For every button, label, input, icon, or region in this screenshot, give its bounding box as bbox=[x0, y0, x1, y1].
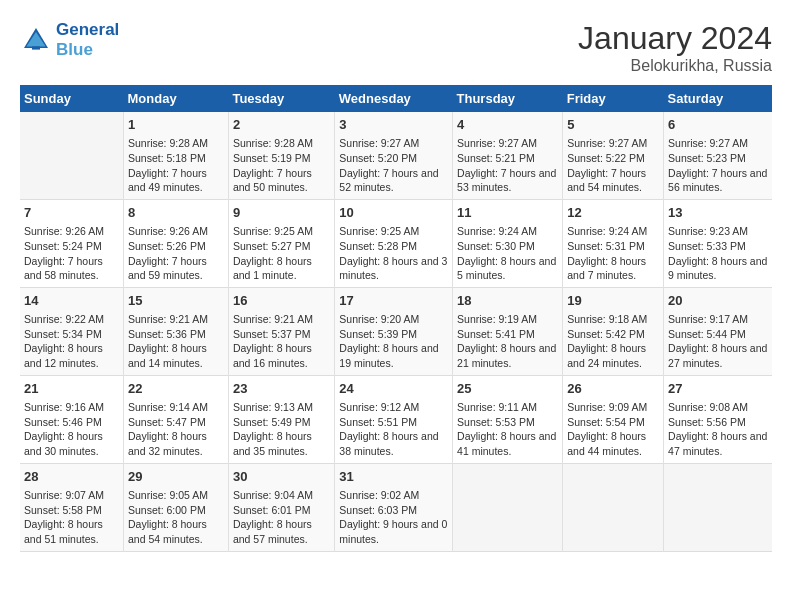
day-number: 23 bbox=[233, 380, 330, 398]
calendar-cell: 10Sunrise: 9:25 AMSunset: 5:28 PMDayligh… bbox=[335, 199, 453, 287]
column-header-saturday: Saturday bbox=[664, 85, 772, 112]
title-block: January 2024 Belokurikha, Russia bbox=[578, 20, 772, 75]
day-info: Sunrise: 9:27 AMSunset: 5:22 PMDaylight:… bbox=[567, 136, 659, 195]
day-info: Sunrise: 9:21 AMSunset: 5:37 PMDaylight:… bbox=[233, 312, 330, 371]
day-info: Sunrise: 9:08 AMSunset: 5:56 PMDaylight:… bbox=[668, 400, 768, 459]
column-header-monday: Monday bbox=[124, 85, 229, 112]
day-number: 25 bbox=[457, 380, 558, 398]
week-row-3: 14Sunrise: 9:22 AMSunset: 5:34 PMDayligh… bbox=[20, 287, 772, 375]
calendar-cell: 3Sunrise: 9:27 AMSunset: 5:20 PMDaylight… bbox=[335, 112, 453, 199]
calendar-cell: 21Sunrise: 9:16 AMSunset: 5:46 PMDayligh… bbox=[20, 375, 124, 463]
day-info: Sunrise: 9:11 AMSunset: 5:53 PMDaylight:… bbox=[457, 400, 558, 459]
day-number: 15 bbox=[128, 292, 224, 310]
calendar-cell: 2Sunrise: 9:28 AMSunset: 5:19 PMDaylight… bbox=[228, 112, 334, 199]
day-info: Sunrise: 9:02 AMSunset: 6:03 PMDaylight:… bbox=[339, 488, 448, 547]
page-header: General Blue January 2024 Belokurikha, R… bbox=[20, 20, 772, 75]
week-row-5: 28Sunrise: 9:07 AMSunset: 5:58 PMDayligh… bbox=[20, 463, 772, 551]
day-number: 6 bbox=[668, 116, 768, 134]
day-number: 22 bbox=[128, 380, 224, 398]
day-info: Sunrise: 9:16 AMSunset: 5:46 PMDaylight:… bbox=[24, 400, 119, 459]
day-info: Sunrise: 9:07 AMSunset: 5:58 PMDaylight:… bbox=[24, 488, 119, 547]
calendar-cell: 28Sunrise: 9:07 AMSunset: 5:58 PMDayligh… bbox=[20, 463, 124, 551]
day-number: 10 bbox=[339, 204, 448, 222]
column-header-friday: Friday bbox=[563, 85, 664, 112]
day-info: Sunrise: 9:25 AMSunset: 5:28 PMDaylight:… bbox=[339, 224, 448, 283]
day-number: 5 bbox=[567, 116, 659, 134]
day-info: Sunrise: 9:21 AMSunset: 5:36 PMDaylight:… bbox=[128, 312, 224, 371]
calendar-cell: 1Sunrise: 9:28 AMSunset: 5:18 PMDaylight… bbox=[124, 112, 229, 199]
day-number: 4 bbox=[457, 116, 558, 134]
calendar-cell: 7Sunrise: 9:26 AMSunset: 5:24 PMDaylight… bbox=[20, 199, 124, 287]
calendar-cell: 17Sunrise: 9:20 AMSunset: 5:39 PMDayligh… bbox=[335, 287, 453, 375]
day-info: Sunrise: 9:25 AMSunset: 5:27 PMDaylight:… bbox=[233, 224, 330, 283]
day-info: Sunrise: 9:09 AMSunset: 5:54 PMDaylight:… bbox=[567, 400, 659, 459]
calendar-cell: 24Sunrise: 9:12 AMSunset: 5:51 PMDayligh… bbox=[335, 375, 453, 463]
day-number: 30 bbox=[233, 468, 330, 486]
day-info: Sunrise: 9:18 AMSunset: 5:42 PMDaylight:… bbox=[567, 312, 659, 371]
day-number: 31 bbox=[339, 468, 448, 486]
calendar-cell bbox=[664, 463, 772, 551]
day-number: 21 bbox=[24, 380, 119, 398]
day-info: Sunrise: 9:24 AMSunset: 5:30 PMDaylight:… bbox=[457, 224, 558, 283]
day-number: 3 bbox=[339, 116, 448, 134]
calendar-cell: 19Sunrise: 9:18 AMSunset: 5:42 PMDayligh… bbox=[563, 287, 664, 375]
day-number: 19 bbox=[567, 292, 659, 310]
day-info: Sunrise: 9:22 AMSunset: 5:34 PMDaylight:… bbox=[24, 312, 119, 371]
day-number: 2 bbox=[233, 116, 330, 134]
day-info: Sunrise: 9:24 AMSunset: 5:31 PMDaylight:… bbox=[567, 224, 659, 283]
column-header-wednesday: Wednesday bbox=[335, 85, 453, 112]
calendar-cell: 23Sunrise: 9:13 AMSunset: 5:49 PMDayligh… bbox=[228, 375, 334, 463]
day-info: Sunrise: 9:14 AMSunset: 5:47 PMDaylight:… bbox=[128, 400, 224, 459]
day-number: 29 bbox=[128, 468, 224, 486]
svg-rect-2 bbox=[32, 46, 40, 49]
calendar-table: SundayMondayTuesdayWednesdayThursdayFrid… bbox=[20, 85, 772, 552]
day-number: 18 bbox=[457, 292, 558, 310]
day-number: 7 bbox=[24, 204, 119, 222]
day-number: 26 bbox=[567, 380, 659, 398]
day-info: Sunrise: 9:28 AMSunset: 5:19 PMDaylight:… bbox=[233, 136, 330, 195]
calendar-cell bbox=[453, 463, 563, 551]
day-info: Sunrise: 9:26 AMSunset: 5:26 PMDaylight:… bbox=[128, 224, 224, 283]
column-header-sunday: Sunday bbox=[20, 85, 124, 112]
calendar-cell: 5Sunrise: 9:27 AMSunset: 5:22 PMDaylight… bbox=[563, 112, 664, 199]
calendar-cell: 12Sunrise: 9:24 AMSunset: 5:31 PMDayligh… bbox=[563, 199, 664, 287]
day-number: 17 bbox=[339, 292, 448, 310]
calendar-cell: 22Sunrise: 9:14 AMSunset: 5:47 PMDayligh… bbox=[124, 375, 229, 463]
day-info: Sunrise: 9:27 AMSunset: 5:23 PMDaylight:… bbox=[668, 136, 768, 195]
calendar-cell: 6Sunrise: 9:27 AMSunset: 5:23 PMDaylight… bbox=[664, 112, 772, 199]
calendar-cell: 25Sunrise: 9:11 AMSunset: 5:53 PMDayligh… bbox=[453, 375, 563, 463]
calendar-cell: 4Sunrise: 9:27 AMSunset: 5:21 PMDaylight… bbox=[453, 112, 563, 199]
day-info: Sunrise: 9:19 AMSunset: 5:41 PMDaylight:… bbox=[457, 312, 558, 371]
logo-icon bbox=[20, 24, 52, 56]
day-number: 1 bbox=[128, 116, 224, 134]
day-number: 8 bbox=[128, 204, 224, 222]
calendar-cell: 26Sunrise: 9:09 AMSunset: 5:54 PMDayligh… bbox=[563, 375, 664, 463]
day-info: Sunrise: 9:26 AMSunset: 5:24 PMDaylight:… bbox=[24, 224, 119, 283]
day-number: 28 bbox=[24, 468, 119, 486]
day-number: 24 bbox=[339, 380, 448, 398]
calendar-header-row: SundayMondayTuesdayWednesdayThursdayFrid… bbox=[20, 85, 772, 112]
day-info: Sunrise: 9:05 AMSunset: 6:00 PMDaylight:… bbox=[128, 488, 224, 547]
page-title: January 2024 bbox=[578, 20, 772, 57]
day-info: Sunrise: 9:12 AMSunset: 5:51 PMDaylight:… bbox=[339, 400, 448, 459]
calendar-cell: 15Sunrise: 9:21 AMSunset: 5:36 PMDayligh… bbox=[124, 287, 229, 375]
calendar-cell: 14Sunrise: 9:22 AMSunset: 5:34 PMDayligh… bbox=[20, 287, 124, 375]
calendar-cell: 29Sunrise: 9:05 AMSunset: 6:00 PMDayligh… bbox=[124, 463, 229, 551]
day-info: Sunrise: 9:04 AMSunset: 6:01 PMDaylight:… bbox=[233, 488, 330, 547]
day-number: 12 bbox=[567, 204, 659, 222]
calendar-cell: 13Sunrise: 9:23 AMSunset: 5:33 PMDayligh… bbox=[664, 199, 772, 287]
day-number: 16 bbox=[233, 292, 330, 310]
logo-text: General Blue bbox=[56, 20, 119, 60]
week-row-1: 1Sunrise: 9:28 AMSunset: 5:18 PMDaylight… bbox=[20, 112, 772, 199]
day-info: Sunrise: 9:17 AMSunset: 5:44 PMDaylight:… bbox=[668, 312, 768, 371]
day-info: Sunrise: 9:28 AMSunset: 5:18 PMDaylight:… bbox=[128, 136, 224, 195]
calendar-cell: 16Sunrise: 9:21 AMSunset: 5:37 PMDayligh… bbox=[228, 287, 334, 375]
column-header-tuesday: Tuesday bbox=[228, 85, 334, 112]
day-number: 20 bbox=[668, 292, 768, 310]
day-info: Sunrise: 9:27 AMSunset: 5:20 PMDaylight:… bbox=[339, 136, 448, 195]
calendar-cell bbox=[563, 463, 664, 551]
calendar-cell: 18Sunrise: 9:19 AMSunset: 5:41 PMDayligh… bbox=[453, 287, 563, 375]
column-header-thursday: Thursday bbox=[453, 85, 563, 112]
day-info: Sunrise: 9:23 AMSunset: 5:33 PMDaylight:… bbox=[668, 224, 768, 283]
week-row-4: 21Sunrise: 9:16 AMSunset: 5:46 PMDayligh… bbox=[20, 375, 772, 463]
